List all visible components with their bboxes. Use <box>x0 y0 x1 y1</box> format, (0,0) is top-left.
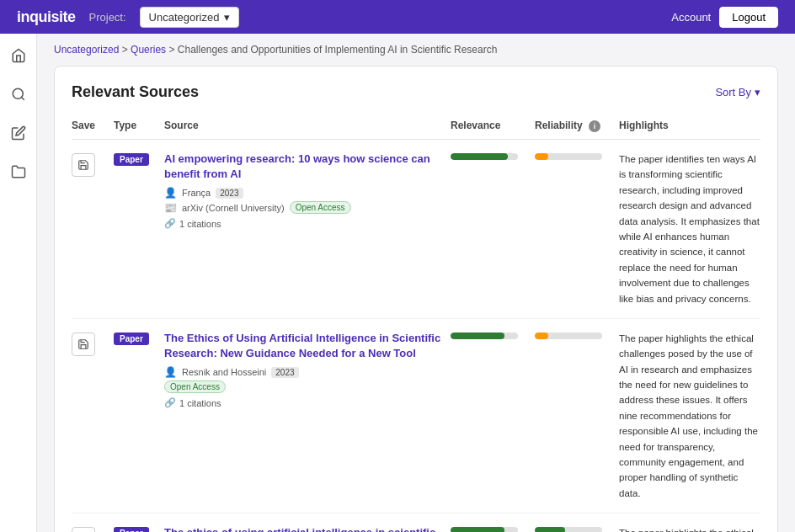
reliability-info-icon[interactable]: i <box>589 120 600 132</box>
col-source: Source <box>164 120 451 132</box>
relevance-bar-fill-3 <box>451 527 504 532</box>
journal-row-2: Open Access <box>164 380 451 393</box>
topnav-right: Account Logout <box>671 7 778 28</box>
reliability-bar-fill-1 <box>535 153 548 160</box>
reliability-col-3 <box>535 525 619 532</box>
table-row: Paper AI empowering research: 10 ways ho… <box>72 140 760 319</box>
table-header: Save Type Source Relevance Reliability i… <box>72 114 760 140</box>
project-selector[interactable]: Uncategorized ▾ <box>140 7 240 28</box>
source-col-2: The Ethics of Using Artificial Intellige… <box>164 331 451 408</box>
source-title-1[interactable]: AI empowering research: 10 ways how scie… <box>164 152 451 182</box>
year-2: 2023 <box>271 367 298 378</box>
save-button-1[interactable] <box>72 153 95 177</box>
citations-1: 1 citations <box>179 219 221 229</box>
reliability-col-1 <box>535 152 619 160</box>
open-access-badge-1: Open Access <box>290 201 351 214</box>
author-2: Resnik and Hosseini <box>182 367 266 377</box>
sources-card: Relevant Sources Sort By ▾ Save Type Sou… <box>54 66 778 532</box>
type-badge-2: Paper <box>114 332 149 345</box>
author-row-2: 👤 Resnik and Hosseini 2023 <box>164 366 451 378</box>
year-1: 2023 <box>216 188 243 199</box>
sort-by-button[interactable]: Sort By ▾ <box>715 86 760 98</box>
svg-point-0 <box>13 88 23 98</box>
layout: Uncategorized > Queries > Challenges and… <box>0 34 795 532</box>
author-row-1: 👤 França 2023 <box>164 187 451 199</box>
type-col-2: Paper <box>114 331 164 345</box>
author-icon-1: 👤 <box>164 187 177 199</box>
breadcrumb: Uncategorized > Queries > Challenges and… <box>37 34 795 66</box>
table-row: Paper The Ethics of Using Artificial Int… <box>72 319 760 513</box>
citations-icon-2: 🔗 <box>164 397 176 408</box>
col-type: Type <box>114 120 164 132</box>
source-meta-1: 👤 França 2023 📰 arXiv (Cornell Universit… <box>164 187 451 229</box>
sidebar-item-edit[interactable] <box>7 121 30 145</box>
relevance-bar-fill-2 <box>451 332 504 339</box>
topnav: inquisite Project: Uncategorized ▾ Accou… <box>0 0 795 34</box>
relevance-col-3 <box>451 525 535 532</box>
relevance-col-1 <box>451 152 535 160</box>
reliability-bar-fill-2 <box>535 332 548 339</box>
relevance-bar-track-3 <box>451 527 518 532</box>
reliability-bar-fill-3 <box>535 527 565 532</box>
chevron-down-icon: ▾ <box>224 11 230 24</box>
reliability-bar-track-1 <box>535 153 602 160</box>
citations-row-2: 🔗 1 citations <box>164 397 451 408</box>
svg-line-1 <box>21 97 24 99</box>
save-col-2 <box>72 331 114 356</box>
topnav-left: inquisite Project: Uncategorized ▾ <box>17 7 239 28</box>
type-badge-3: Paper <box>114 527 149 532</box>
type-badge-1: Paper <box>114 153 149 166</box>
journal-row-1: 📰 arXiv (Cornell University) Open Access <box>164 201 451 214</box>
type-col-1: Paper <box>114 152 164 166</box>
source-col-3: The ethics of using artificial intellige… <box>164 525 451 532</box>
citations-row-1: 🔗 1 citations <box>164 218 451 229</box>
col-save: Save <box>72 120 114 132</box>
citations-icon-1: 🔗 <box>164 218 176 229</box>
main-content: Uncategorized > Queries > Challenges and… <box>37 34 795 532</box>
save-button-3[interactable] <box>72 527 95 532</box>
highlights-col-2: The paper highlights the ethical challen… <box>619 331 760 501</box>
sort-chevron-icon: ▾ <box>755 86 760 98</box>
source-title-3[interactable]: The ethics of using artificial intellige… <box>164 525 451 532</box>
relevance-bar-track-2 <box>451 332 518 339</box>
relevance-col-2 <box>451 331 535 339</box>
sidebar-item-search[interactable] <box>7 82 30 106</box>
sidebar <box>0 34 37 532</box>
type-col-3: Paper <box>114 525 164 532</box>
card-header: Relevant Sources Sort By ▾ <box>72 83 760 101</box>
breadcrumb-queries[interactable]: Queries <box>131 44 166 56</box>
reliability-bar-track-3 <box>535 527 602 532</box>
reliability-bar-track-2 <box>535 332 602 339</box>
col-highlights: Highlights <box>619 120 760 132</box>
col-reliability: Reliability i <box>535 120 619 132</box>
author-1: França <box>182 188 211 198</box>
highlights-col-1: The paper identifies ten ways AI is tran… <box>619 152 760 306</box>
app-logo: inquisite <box>17 8 76 26</box>
account-link[interactable]: Account <box>671 11 711 24</box>
open-access-badge-2: Open Access <box>164 380 226 393</box>
project-label: Project: <box>89 11 126 24</box>
relevance-bar-track-1 <box>451 153 518 160</box>
source-meta-2: 👤 Resnik and Hosseini 2023 Open Access 🔗… <box>164 366 451 408</box>
breadcrumb-current: Challenges and Opportunities of Implemen… <box>178 44 498 56</box>
sidebar-item-folder[interactable] <box>7 160 30 184</box>
highlights-col-3: The paper highlights the ethical challen… <box>619 525 760 532</box>
save-button-2[interactable] <box>72 332 95 356</box>
journal-icon-1: 📰 <box>164 202 177 214</box>
author-icon-2: 👤 <box>164 366 177 378</box>
save-col-3 <box>72 525 114 532</box>
table-row: Paper The ethics of using artificial int… <box>72 513 760 532</box>
reliability-col-2 <box>535 331 619 339</box>
source-title-2[interactable]: The Ethics of Using Artificial Intellige… <box>164 331 451 361</box>
save-col-1 <box>72 152 114 177</box>
project-name: Uncategorized <box>149 11 220 24</box>
card-title: Relevant Sources <box>72 83 199 101</box>
col-relevance: Relevance <box>451 120 535 132</box>
journal-1: arXiv (Cornell University) <box>182 203 285 213</box>
source-col-1: AI empowering research: 10 ways how scie… <box>164 152 451 229</box>
sidebar-item-home[interactable] <box>7 44 30 67</box>
relevance-bar-fill-1 <box>451 153 508 160</box>
logout-button[interactable]: Logout <box>719 7 778 28</box>
citations-2: 1 citations <box>179 398 221 408</box>
breadcrumb-uncategorized[interactable]: Uncategorized <box>54 44 119 56</box>
